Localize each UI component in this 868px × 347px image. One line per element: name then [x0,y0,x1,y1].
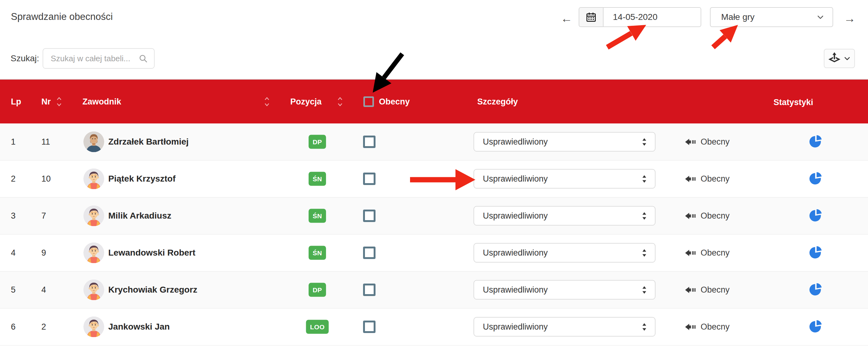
previous-status-label: Obecny [701,174,730,184]
sort-icon[interactable] [56,95,62,108]
position-badge: DP [309,135,326,149]
table-header: Lp Nr Zawodnik Pozycja Obecny Szczegóły … [0,79,868,123]
previous-status-label: Obecny [701,248,730,258]
search-icon [138,54,148,63]
previous-status-label: Obecny [701,322,730,332]
previous-arrow-icon [685,323,695,331]
position-badge: ŚN [309,246,326,260]
table-row: 6 2 Janko [0,309,868,345]
chevron-down-icon [843,55,851,62]
details-select[interactable]: Usprawiedliwiony [473,243,655,263]
row-nr: 9 [41,248,46,258]
previous-status: Obecny [685,137,730,147]
row-lp: 3 [11,211,16,221]
export-button[interactable] [824,49,855,68]
previous-status: Obecny [685,211,730,221]
previous-status-label: Obecny [701,137,730,147]
previous-status-label: Obecny [701,285,730,295]
previous-arrow-icon [685,286,695,294]
details-select[interactable]: Usprawiedliwiony [473,317,655,337]
select-spinner-icon [642,285,647,294]
search-label: Szukaj: [10,54,39,63]
row-nr: 2 [41,322,46,332]
activity-type-select[interactable]: Małe gry [710,7,833,27]
position-badge: ŚN [309,172,326,186]
row-nr: 4 [41,285,46,295]
date-picker[interactable] [579,7,701,27]
select-spinner-icon [642,322,647,331]
details-value: Usprawiedliwiony [474,137,642,147]
table-row: 4 9 Lewan [0,234,868,272]
col-header-nr[interactable]: Nr [41,97,51,106]
select-spinner-icon [642,137,647,146]
previous-status: Obecny [685,248,730,258]
activity-type-value: Małe gry [711,12,816,22]
present-checkbox[interactable] [363,135,375,148]
player-cartoon-icon [83,243,104,263]
previous-day-button[interactable]: ← [561,12,572,25]
player-cartoon-icon [83,206,104,226]
player-cartoon-icon [83,280,104,301]
table-row: 1 11 Zdrzałek Bartłomiej DP Uspra [0,123,868,160]
pie-chart-icon [809,134,823,148]
export-icon [828,52,841,65]
player-name: Jankowski Jan [108,322,170,332]
pie-chart-icon [809,282,823,296]
search-box[interactable] [42,48,155,69]
present-checkbox[interactable] [363,210,375,222]
sort-icon[interactable] [337,95,343,108]
col-header-lp: Lp [11,97,21,106]
statistics-button[interactable] [809,208,823,223]
calendar-button[interactable] [579,8,603,26]
details-select[interactable]: Usprawiedliwiony [473,132,655,152]
previous-status: Obecny [685,285,730,295]
player-name: Milik Arkadiusz [108,211,172,221]
statistics-button[interactable] [809,282,823,297]
pie-chart-icon [809,208,823,222]
row-lp: 6 [11,322,16,332]
table-row: 3 7 Milik [0,197,868,234]
present-checkbox[interactable] [363,172,375,185]
player-name: Lewandowski Robert [108,248,195,258]
details-value: Usprawiedliwiony [474,285,642,295]
select-spinner-icon [642,212,647,220]
player-cartoon-icon [83,168,104,189]
present-checkbox[interactable] [363,321,375,333]
next-day-button[interactable]: → [844,12,856,25]
player-avatar [83,168,104,189]
details-value: Usprawiedliwiony [474,211,642,221]
previous-status: Obecny [685,174,730,184]
statistics-button[interactable] [809,245,823,260]
position-badge: DP [309,283,326,297]
statistics-button[interactable] [809,134,823,149]
col-header-obecny: Obecny [379,97,410,106]
col-header-pozycja[interactable]: Pozycja [290,97,322,106]
details-select[interactable]: Usprawiedliwiony [473,206,655,226]
player-name: Piątek Krzysztof [108,174,176,184]
player-avatar [83,206,104,226]
present-checkbox[interactable] [363,284,375,296]
player-name: Zdrzałek Bartłomiej [108,137,189,147]
pie-chart-icon [809,319,823,333]
previous-status-label: Obecny [701,211,730,221]
col-header-zawodnik[interactable]: Zawodnik [83,97,121,106]
previous-arrow-icon [685,175,695,183]
page-title: Sprawdzanie obecności [11,11,113,22]
details-select[interactable]: Usprawiedliwiony [473,169,655,189]
calendar-icon [586,11,597,23]
present-checkbox[interactable] [363,247,375,259]
previous-arrow-icon [685,249,695,257]
statistics-button[interactable] [809,171,823,186]
select-spinner-icon [642,248,647,257]
details-select[interactable]: Usprawiedliwiony [473,280,655,300]
row-nr: 7 [41,211,46,221]
row-lp: 4 [11,248,16,258]
date-input[interactable] [603,8,701,26]
select-all-checkbox[interactable] [363,96,374,107]
pie-chart-icon [809,171,823,185]
details-value: Usprawiedliwiony [474,174,642,184]
sort-icon[interactable] [264,95,270,108]
search-input[interactable] [43,54,138,64]
position-badge: LOO [306,320,329,334]
statistics-button[interactable] [809,319,823,334]
